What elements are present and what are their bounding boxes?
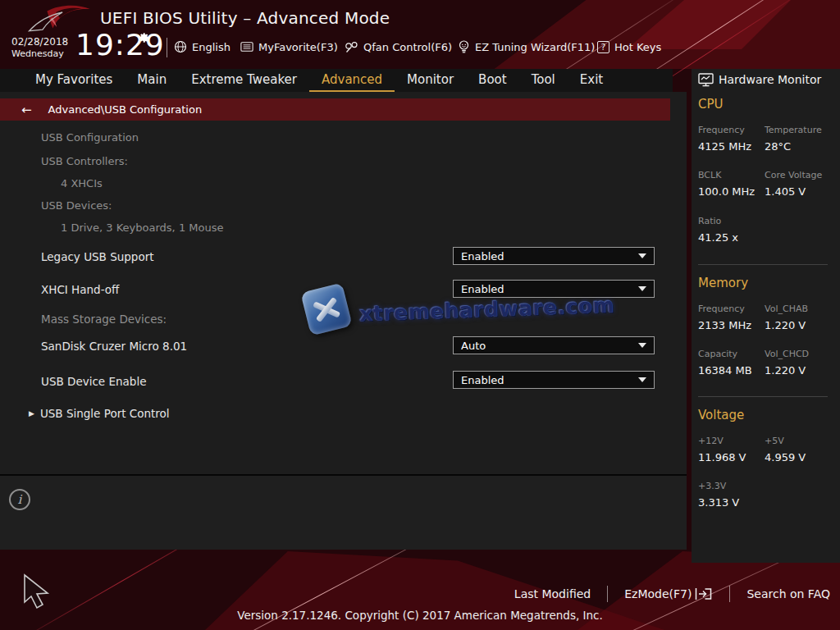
memory-section-title: Memory — [698, 276, 748, 290]
watermark-x-badge-icon — [300, 283, 353, 336]
breadcrumb-label: Advanced\USB Configuration — [48, 103, 203, 116]
tab-extreme-tweaker[interactable]: Extreme Tweaker — [179, 69, 309, 92]
menu-language[interactable]: English — [174, 36, 231, 57]
sandisk-cruzer-label: SanDisk Cruzer Micro 8.01 — [41, 337, 187, 355]
search-on-faq-button[interactable]: Search on FAQ — [746, 587, 830, 600]
cpu-core-voltage-value: 1.405 V — [765, 185, 806, 198]
monitor-icon — [698, 73, 714, 87]
settings-panel: ← Advanced\USB Configuration USB Configu… — [0, 92, 687, 474]
chevron-down-icon — [638, 253, 646, 258]
sandisk-cruzer-dropdown[interactable]: Auto — [453, 336, 655, 354]
voltage-section-title: Voltage — [698, 408, 744, 422]
clock-settings-gear-icon[interactable] — [139, 32, 150, 43]
memory-frequency-value: 2133 MHz — [698, 319, 751, 331]
exit-to-ezmode-icon — [695, 587, 713, 601]
menu-ez-tuning-wizard[interactable]: EZ Tuning Wizard(F11) — [458, 36, 595, 57]
tab-my-favorites[interactable]: My Favorites — [23, 69, 125, 92]
hardware-monitor-title: Hardware Monitor — [719, 73, 821, 86]
question-icon: ? — [597, 41, 609, 53]
usb-devices-value: 1 Drive, 3 Keyboards, 1 Mouse — [61, 221, 223, 234]
main-nav: My Favorites Main Extreme Tweaker Advanc… — [0, 69, 673, 92]
globe-icon — [174, 40, 187, 53]
top-header: UEFI BIOS Utility – Advanced Mode 02/28/… — [0, 0, 840, 69]
ezmode-label: EzMode(F7) — [624, 587, 692, 600]
xhci-handoff-label: XHCI Hand-off — [41, 281, 119, 299]
date-value: 02/28/2018 — [11, 36, 68, 48]
date-display: 02/28/2018 Wednesday — [11, 36, 68, 60]
clock-display: 19:29 — [75, 28, 165, 62]
help-panel: i — [0, 474, 687, 550]
usb-device-enable-dropdown[interactable]: Enabled — [453, 371, 655, 389]
watermark: xtremehardware.com — [305, 287, 614, 331]
voltage-5v-label: +5V — [765, 436, 784, 446]
voltage-12v-value: 11.968 V — [698, 451, 746, 463]
memory-vol-chcd-label: Vol_CHCD — [765, 349, 809, 359]
hardware-monitor-header: Hardware Monitor — [698, 70, 821, 89]
cpu-core-voltage-label: Core Voltage — [765, 170, 822, 180]
memory-capacity-value: 16384 MB — [698, 364, 752, 377]
menu-hot-keys-label: Hot Keys — [614, 41, 661, 53]
voltage-5v-value: 4.959 V — [765, 451, 806, 463]
usb-single-port-control-item[interactable]: ▶ USB Single Port Control — [29, 407, 170, 420]
lightbulb-icon — [458, 40, 470, 54]
fan-icon — [345, 41, 358, 53]
chevron-down-icon — [638, 286, 646, 291]
usb-controllers-value: 4 XHCIs — [61, 177, 103, 189]
menu-myfavorite[interactable]: MyFavorite(F3) — [240, 36, 338, 57]
tab-boot[interactable]: Boot — [466, 69, 519, 92]
usb-devices-label: USB Devices: — [41, 199, 112, 212]
divider — [729, 586, 730, 602]
header-separator — [167, 38, 167, 57]
menu-myfavorite-label: MyFavorite(F3) — [258, 41, 338, 53]
memory-vol-chab-label: Vol_CHAB — [765, 304, 808, 314]
usb-controllers-label: USB Controllers: — [41, 155, 128, 167]
cpu-temperature-label: Temperature — [765, 125, 822, 135]
cpu-frequency-label: Frequency — [698, 125, 745, 135]
cpu-bclk-value: 100.0 MHz — [698, 185, 755, 198]
cpu-section-title: CPU — [698, 97, 724, 112]
info-glyph: i — [18, 492, 22, 507]
arrow-right-icon: ▶ — [29, 409, 34, 418]
divider — [607, 586, 608, 602]
cpu-bclk-label: BCLK — [698, 170, 721, 180]
voltage-3v3-label: +3.3V — [698, 481, 726, 491]
cpu-frequency-value: 4125 MHz — [698, 140, 751, 153]
usb-configuration-heading: USB Configuration — [41, 131, 139, 144]
divider — [698, 396, 828, 397]
menu-ez-tuning-label: EZ Tuning Wizard(F11) — [475, 41, 595, 53]
legacy-usb-support-label: Legacy USB Support — [41, 248, 154, 266]
mouse-cursor — [20, 573, 56, 610]
menu-qfan-control[interactable]: Qfan Control(F6) — [345, 36, 452, 57]
cpu-ratio-value: 41.25 x — [698, 231, 738, 244]
menu-qfan-label: Qfan Control(F6) — [363, 41, 452, 53]
usb-device-enable-value: Enabled — [461, 374, 504, 386]
memory-frequency-label: Frequency — [698, 304, 745, 314]
last-modified-button[interactable]: Last Modified — [514, 587, 591, 600]
tab-advanced[interactable]: Advanced — [309, 69, 395, 92]
ezmode-button[interactable]: EzMode(F7) — [624, 587, 713, 601]
back-arrow-icon[interactable]: ← — [21, 103, 32, 117]
cpu-ratio-label: Ratio — [698, 216, 721, 226]
chevron-down-icon — [638, 343, 646, 348]
chevron-down-icon — [638, 377, 646, 382]
bottom-quickbar: Last Modified EzMode(F7) Search on FAQ — [514, 582, 830, 605]
watermark-text: xtremehardware.com — [359, 293, 615, 326]
voltage-12v-label: +12V — [698, 436, 724, 446]
breadcrumb[interactable]: ← Advanced\USB Configuration — [0, 98, 670, 121]
sandisk-cruzer-value: Auto — [461, 340, 486, 352]
mass-storage-devices-label: Mass Storage Devices: — [41, 310, 167, 328]
legacy-usb-support-value: Enabled — [461, 250, 504, 262]
usb-device-enable-label: USB Device Enable — [41, 372, 146, 390]
menu-hot-keys[interactable]: ? Hot Keys — [597, 36, 661, 57]
app-title: UEFI BIOS Utility – Advanced Mode — [100, 8, 390, 28]
list-icon — [240, 41, 253, 52]
version-text: Version 2.17.1246. Copyright (C) 2017 Am… — [0, 609, 840, 622]
legacy-usb-support-dropdown[interactable]: Enabled — [453, 247, 655, 265]
tab-monitor[interactable]: Monitor — [395, 69, 466, 92]
tab-main[interactable]: Main — [125, 69, 179, 92]
menu-language-label: English — [192, 41, 231, 53]
memory-vol-chcd-value: 1.220 V — [765, 364, 806, 377]
tab-tool[interactable]: Tool — [519, 69, 568, 92]
tab-exit[interactable]: Exit — [568, 69, 615, 92]
info-icon: i — [9, 489, 30, 510]
